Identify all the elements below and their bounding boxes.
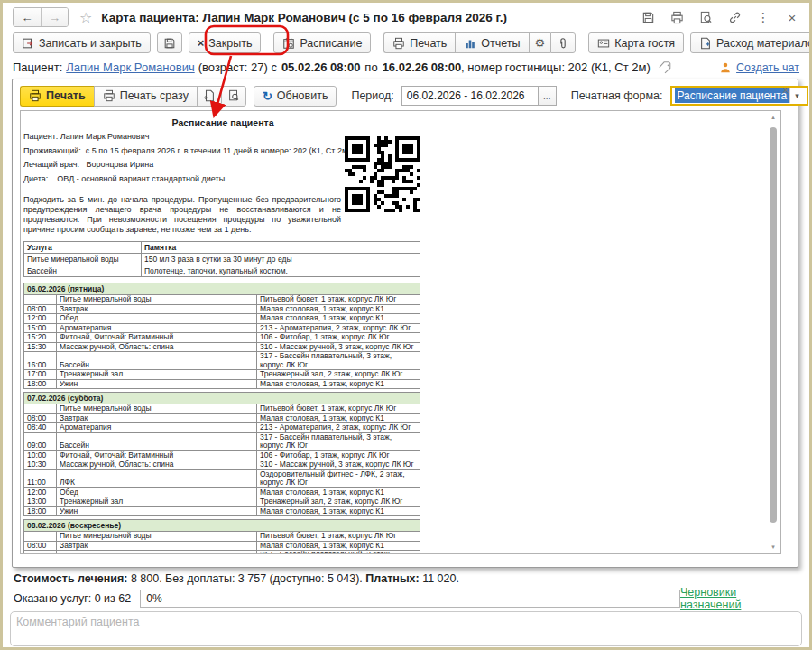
schedule-cell-time: 09:00 (24, 433, 57, 451)
title-bar: ← → ☆ Карта пациента: Лапин Марк Романов… (5, 5, 807, 30)
schedule-row: 10:30Массаж ручной, Область: спина310 - … (24, 460, 420, 470)
schedule-row: 13:00Тренажерный залТренажерный зал, 2 э… (24, 497, 420, 507)
page-preview-button[interactable] (221, 86, 246, 107)
close-window-icon[interactable]: × (785, 10, 799, 24)
print-button[interactable]: Печать (383, 32, 455, 53)
preview-icon[interactable] (698, 10, 713, 24)
save-icon[interactable] (641, 10, 655, 24)
dialog-toolbar: Печать Печать сразу ↻ Обновить Период: (20, 85, 770, 107)
schedule-cell-time (24, 404, 57, 414)
schedule-cell-service: Тренажерный зал (57, 497, 257, 507)
printer-icon (29, 89, 42, 102)
materials-button[interactable]: Расход материалов ▾ (690, 32, 812, 53)
period-input[interactable]: 06.02.2026 - 16.02.2026 (401, 86, 539, 106)
memo-cell: Питье минеральной воды (24, 254, 142, 265)
schedule-cell-service: Ароматерапия (57, 423, 257, 433)
save-and-close-button[interactable]: Записать и закрыть (13, 32, 151, 53)
preview-scrollbar[interactable]: ▴ ▾ (768, 113, 779, 552)
schedule-button[interactable]: Расписание (273, 32, 371, 53)
schedule-cell-location: 106 - Фитобар, 1 этаж, корпус ЛК Юг (257, 333, 420, 343)
patient-name-link[interactable]: Лапин Марк Романович (66, 60, 194, 74)
paid-label: Платных: (365, 572, 419, 585)
schedule-cell-service: Питье минеральной воды (57, 404, 257, 414)
reports-button[interactable]: Отчеты (455, 32, 528, 53)
schedule-cell-location: 213 - Ароматерапия, 2 этаж, корпус ЛК Юг (257, 423, 420, 433)
page-magnifier-icon (227, 89, 240, 102)
attachments-button[interactable] (550, 32, 576, 53)
favorite-star-icon[interactable]: ☆ (79, 9, 92, 26)
scroll-down-icon[interactable]: ▾ (768, 543, 779, 552)
refresh-button[interactable]: ↻ Обновить (254, 86, 337, 107)
schedule-cell-service: Ужин (57, 507, 257, 517)
schedule-row: 17:00Тренажерный залТренажерный зал, 2 э… (24, 370, 420, 380)
schedule-cell-service: Обед (57, 314, 257, 324)
schedule-cell-location: Тренажерный зал, 2 этаж, корпус ЛК Юг (257, 497, 420, 507)
memo-cell: Полотенце, тапочки, купальный костюм. (142, 265, 420, 277)
id-card-icon (597, 37, 610, 50)
schedule-cell-time (24, 532, 57, 542)
link-icon[interactable] (727, 10, 742, 24)
stay-date-from: 05.02.26 08:00 (281, 60, 360, 74)
document-title: Расписание пациента (23, 113, 422, 128)
qr-code (345, 136, 420, 212)
schedule-cell-location: Питьевой бювет, 1 этаж, корпус ЛК Юг (257, 532, 420, 542)
schedule-cell-location: Малая столовая, 1 этаж, корпус К1 (257, 380, 420, 390)
save-to-file-button[interactable] (197, 86, 221, 107)
progress-percent: 0% (146, 592, 161, 605)
schedule-cell-service: Питье минеральной воды (57, 532, 257, 542)
schedule-document: Расписание пациента Пациент: Лапин Марк … (23, 113, 751, 553)
combo-dropdown-icon[interactable]: ▾ (789, 88, 804, 103)
schedule-row: Питье минеральной водыПитьевой бювет, 1 … (24, 295, 420, 305)
schedule-row: 18:00УжинМалая столовая, 1 этаж, корпус … (24, 507, 420, 517)
calendar-icon (282, 37, 295, 50)
create-chat-link[interactable]: Создать чат (736, 61, 799, 74)
page-title: Карта пациента: Лапин Марк Романович (с … (101, 11, 507, 24)
schedule-cell-time: 18:00 (24, 507, 57, 517)
dialog-print-button[interactable]: Печать (20, 86, 94, 107)
schedule-cell-service: Фиточай, Фиточай: Витаминный (57, 333, 257, 343)
back-button[interactable]: ← (14, 8, 41, 26)
services-settings-button[interactable]: ⚙ (529, 32, 551, 53)
scrollbar-thumb[interactable] (770, 127, 777, 523)
period-picker-button[interactable]: ... (539, 86, 557, 106)
forward-button[interactable]: → (41, 8, 68, 26)
patient-comment-input[interactable] (10, 611, 802, 646)
schedule-row: 11:00ЛФКОздоровительный фитнес - ЛФК, 2 … (24, 470, 420, 488)
schedule-cell-service: Массаж ручной, Область: спина (57, 460, 257, 470)
drafts-link[interactable]: Черновики назначений (680, 586, 798, 611)
scroll-up-icon[interactable]: ▴ (768, 113, 779, 122)
document-plus-icon (699, 37, 712, 50)
save-button[interactable] (157, 32, 182, 53)
person-icon (719, 61, 732, 74)
day-block: 08.02.2026 (воскресенье)Питье минерально… (23, 519, 420, 553)
period-label: Период: (351, 89, 393, 102)
schedule-cell-time: 09:00 (24, 551, 57, 553)
schedule-row: 16:00Бассейн317 - Бассейн плавательный, … (24, 352, 420, 370)
memo-row: БассейнПолотенце, тапочки, купальный кос… (24, 265, 420, 277)
services-progress-bar: 0% (140, 590, 680, 608)
schedule-cell-time: 17:00 (24, 370, 57, 380)
schedule-row: 18:00УжинМалая столовая, 1 этаж, корпус … (24, 380, 420, 390)
to-word: по (364, 60, 377, 74)
schedule-cell-service: Массаж ручной, Область: спина (57, 343, 257, 353)
cost-values: 8 800. Без доплаты: 3 757 (доступно: 5 0… (127, 572, 365, 585)
dialog-close-icon[interactable]: × (782, 83, 789, 98)
print-icon[interactable] (669, 10, 684, 24)
schedule-cell-service: Питье минеральной воды (57, 295, 257, 305)
close-button[interactable]: × Закрыть (189, 32, 262, 53)
more-menu-icon[interactable]: ⋮ (756, 10, 770, 24)
schedule-cell-service: Завтрак (57, 305, 257, 315)
close-x-icon: × (198, 36, 205, 50)
schedule-cell-time: 10:30 (24, 460, 57, 470)
schedule-cell-time: 08:00 (24, 542, 57, 552)
printer-icon (103, 89, 115, 102)
schedule-cell-location: 317 - Бассейн плавательный, 3 этаж, корп… (257, 551, 420, 553)
file-save-icon (203, 89, 216, 102)
print-immediately-button[interactable]: Печать сразу (94, 86, 197, 107)
schedule-row: Питье минеральной водыПитьевой бювет, 1 … (24, 404, 420, 414)
floppy-icon (163, 37, 176, 50)
schedule-cell-time: 15:20 (24, 333, 57, 343)
schedule-days: 06.02.2026 (пятница)Питье минеральной во… (23, 283, 420, 553)
printer-icon (392, 37, 405, 50)
schedule-cell-time: 12:00 (24, 314, 57, 324)
